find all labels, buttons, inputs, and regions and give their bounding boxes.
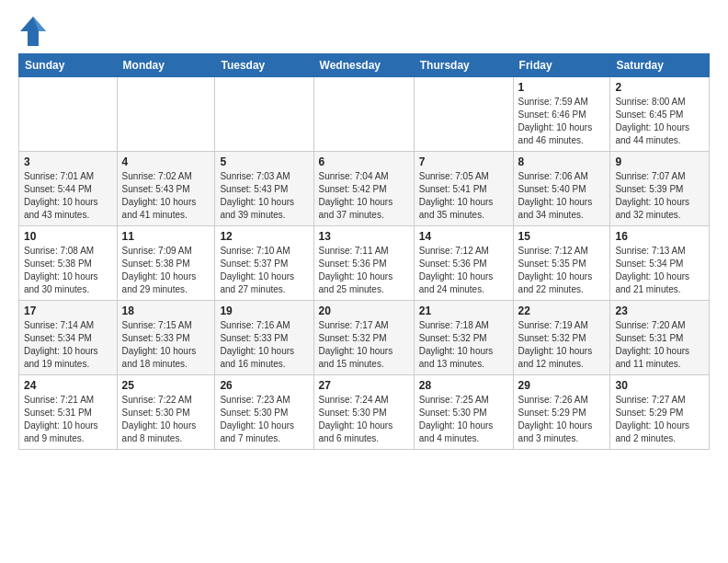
day-info-text: Sunrise: 7:03 AM Sunset: 5:43 PM Dayligh… — [220, 170, 308, 222]
header — [18, 15, 710, 48]
day-info-text: Sunrise: 7:23 AM Sunset: 5:30 PM Dayligh… — [220, 394, 308, 445]
calendar-table: Sunday Monday Tuesday Wednesday Thursday… — [18, 53, 710, 450]
calendar-cell: 1Sunrise: 7:59 AM Sunset: 6:46 PM Daylig… — [513, 77, 610, 152]
header-thursday: Thursday — [414, 54, 513, 77]
day-info-text: Sunrise: 7:14 AM Sunset: 5:34 PM Dayligh… — [24, 319, 112, 371]
day-number: 16 — [615, 230, 704, 243]
calendar-cell: 25Sunrise: 7:22 AM Sunset: 5:30 PM Dayli… — [117, 375, 215, 450]
day-number: 26 — [220, 379, 308, 392]
header-friday: Friday — [513, 54, 610, 77]
day-info-text: Sunrise: 7:22 AM Sunset: 5:30 PM Dayligh… — [122, 394, 210, 445]
calendar-cell: 15Sunrise: 7:12 AM Sunset: 5:35 PM Dayli… — [513, 226, 610, 301]
header-wednesday: Wednesday — [313, 54, 414, 77]
day-info-text: Sunrise: 7:19 AM Sunset: 5:32 PM Dayligh… — [518, 319, 606, 371]
calendar-cell — [117, 77, 215, 152]
calendar-cell: 26Sunrise: 7:23 AM Sunset: 5:30 PM Dayli… — [215, 375, 313, 450]
page: Sunday Monday Tuesday Wednesday Thursday… — [0, 0, 728, 459]
calendar-cell: 3Sunrise: 7:01 AM Sunset: 5:44 PM Daylig… — [19, 152, 118, 226]
calendar-cell: 13Sunrise: 7:11 AM Sunset: 5:36 PM Dayli… — [313, 226, 414, 301]
day-info-text: Sunrise: 7:01 AM Sunset: 5:44 PM Dayligh… — [24, 170, 112, 222]
calendar-cell: 5Sunrise: 7:03 AM Sunset: 5:43 PM Daylig… — [215, 152, 313, 226]
day-info-text: Sunrise: 8:00 AM Sunset: 6:45 PM Dayligh… — [615, 96, 704, 147]
calendar-week-row: 24Sunrise: 7:21 AM Sunset: 5:31 PM Dayli… — [19, 375, 710, 450]
day-info-text: Sunrise: 7:59 AM Sunset: 6:46 PM Dayligh… — [518, 96, 606, 147]
day-number: 27 — [319, 379, 409, 392]
day-info-text: Sunrise: 7:08 AM Sunset: 5:38 PM Dayligh… — [24, 245, 112, 296]
day-info-text: Sunrise: 7:10 AM Sunset: 5:37 PM Dayligh… — [220, 245, 308, 296]
day-info-text: Sunrise: 7:12 AM Sunset: 5:36 PM Dayligh… — [419, 245, 508, 296]
day-info-text: Sunrise: 7:27 AM Sunset: 5:29 PM Dayligh… — [615, 394, 704, 445]
day-info-text: Sunrise: 7:12 AM Sunset: 5:35 PM Dayligh… — [518, 245, 606, 296]
calendar-cell: 20Sunrise: 7:17 AM Sunset: 5:32 PM Dayli… — [313, 301, 414, 375]
calendar-week-row: 17Sunrise: 7:14 AM Sunset: 5:34 PM Dayli… — [19, 301, 710, 375]
day-info-text: Sunrise: 7:04 AM Sunset: 5:42 PM Dayligh… — [319, 170, 409, 222]
day-info-text: Sunrise: 7:25 AM Sunset: 5:30 PM Dayligh… — [419, 394, 508, 445]
day-info-text: Sunrise: 7:13 AM Sunset: 5:34 PM Dayligh… — [615, 245, 704, 296]
calendar-cell: 6Sunrise: 7:04 AM Sunset: 5:42 PM Daylig… — [313, 152, 414, 226]
day-number: 10 — [24, 230, 112, 243]
day-number: 29 — [518, 379, 606, 392]
day-number: 1 — [518, 81, 606, 94]
calendar-week-row: 1Sunrise: 7:59 AM Sunset: 6:46 PM Daylig… — [19, 77, 710, 152]
day-number: 7 — [419, 155, 508, 168]
calendar-cell: 11Sunrise: 7:09 AM Sunset: 5:38 PM Dayli… — [117, 226, 215, 301]
calendar-cell: 28Sunrise: 7:25 AM Sunset: 5:30 PM Dayli… — [414, 375, 513, 450]
calendar-cell: 10Sunrise: 7:08 AM Sunset: 5:38 PM Dayli… — [19, 226, 118, 301]
day-number: 2 — [615, 81, 704, 94]
day-info-text: Sunrise: 7:09 AM Sunset: 5:38 PM Dayligh… — [122, 245, 210, 296]
day-number: 20 — [319, 304, 409, 317]
day-number: 3 — [24, 155, 112, 168]
calendar-cell: 18Sunrise: 7:15 AM Sunset: 5:33 PM Dayli… — [117, 301, 215, 375]
day-info-text: Sunrise: 7:02 AM Sunset: 5:43 PM Dayligh… — [122, 170, 210, 222]
day-number: 22 — [518, 304, 606, 317]
calendar-cell: 24Sunrise: 7:21 AM Sunset: 5:31 PM Dayli… — [19, 375, 118, 450]
day-number: 12 — [220, 230, 308, 243]
day-number: 21 — [419, 304, 508, 317]
day-info-text: Sunrise: 7:16 AM Sunset: 5:33 PM Dayligh… — [220, 319, 308, 371]
day-number: 9 — [615, 155, 704, 168]
day-info-text: Sunrise: 7:05 AM Sunset: 5:41 PM Dayligh… — [419, 170, 508, 222]
day-info-text: Sunrise: 7:07 AM Sunset: 5:39 PM Dayligh… — [615, 170, 704, 222]
day-number: 17 — [24, 304, 112, 317]
calendar-cell: 9Sunrise: 7:07 AM Sunset: 5:39 PM Daylig… — [610, 152, 710, 226]
calendar-cell: 2Sunrise: 8:00 AM Sunset: 6:45 PM Daylig… — [610, 77, 710, 152]
header-tuesday: Tuesday — [215, 54, 313, 77]
header-sunday: Sunday — [19, 54, 118, 77]
calendar-cell — [313, 77, 414, 152]
day-info-text: Sunrise: 7:06 AM Sunset: 5:40 PM Dayligh… — [518, 170, 606, 222]
day-number: 23 — [615, 304, 704, 317]
calendar-cell: 14Sunrise: 7:12 AM Sunset: 5:36 PM Dayli… — [414, 226, 513, 301]
calendar-cell: 17Sunrise: 7:14 AM Sunset: 5:34 PM Dayli… — [19, 301, 118, 375]
calendar-cell: 30Sunrise: 7:27 AM Sunset: 5:29 PM Dayli… — [610, 375, 710, 450]
calendar-cell — [19, 77, 118, 152]
calendar-cell: 29Sunrise: 7:26 AM Sunset: 5:29 PM Dayli… — [513, 375, 610, 450]
calendar-cell: 12Sunrise: 7:10 AM Sunset: 5:37 PM Dayli… — [215, 226, 313, 301]
day-number: 18 — [122, 304, 210, 317]
day-number: 15 — [518, 230, 606, 243]
calendar-week-row: 10Sunrise: 7:08 AM Sunset: 5:38 PM Dayli… — [19, 226, 710, 301]
calendar-cell: 22Sunrise: 7:19 AM Sunset: 5:32 PM Dayli… — [513, 301, 610, 375]
calendar-cell: 19Sunrise: 7:16 AM Sunset: 5:33 PM Dayli… — [215, 301, 313, 375]
calendar-cell: 8Sunrise: 7:06 AM Sunset: 5:40 PM Daylig… — [513, 152, 610, 226]
day-number: 13 — [319, 230, 409, 243]
day-number: 25 — [122, 379, 210, 392]
calendar-header-row: Sunday Monday Tuesday Wednesday Thursday… — [19, 54, 710, 77]
day-number: 6 — [319, 155, 409, 168]
day-number: 8 — [518, 155, 606, 168]
calendar-cell: 4Sunrise: 7:02 AM Sunset: 5:43 PM Daylig… — [117, 152, 215, 226]
day-info-text: Sunrise: 7:18 AM Sunset: 5:32 PM Dayligh… — [419, 319, 508, 371]
day-info-text: Sunrise: 7:21 AM Sunset: 5:31 PM Dayligh… — [24, 394, 112, 445]
calendar-cell: 21Sunrise: 7:18 AM Sunset: 5:32 PM Dayli… — [414, 301, 513, 375]
day-number: 30 — [615, 379, 704, 392]
day-number: 19 — [220, 304, 308, 317]
calendar-cell — [414, 77, 513, 152]
day-info-text: Sunrise: 7:15 AM Sunset: 5:33 PM Dayligh… — [122, 319, 210, 371]
calendar-cell — [215, 77, 313, 152]
day-number: 28 — [419, 379, 508, 392]
header-monday: Monday — [117, 54, 215, 77]
calendar-cell: 7Sunrise: 7:05 AM Sunset: 5:41 PM Daylig… — [414, 152, 513, 226]
calendar-cell: 16Sunrise: 7:13 AM Sunset: 5:34 PM Dayli… — [610, 226, 710, 301]
calendar-week-row: 3Sunrise: 7:01 AM Sunset: 5:44 PM Daylig… — [19, 152, 710, 226]
calendar-cell: 27Sunrise: 7:24 AM Sunset: 5:30 PM Dayli… — [313, 375, 414, 450]
day-info-text: Sunrise: 7:17 AM Sunset: 5:32 PM Dayligh… — [319, 319, 409, 371]
